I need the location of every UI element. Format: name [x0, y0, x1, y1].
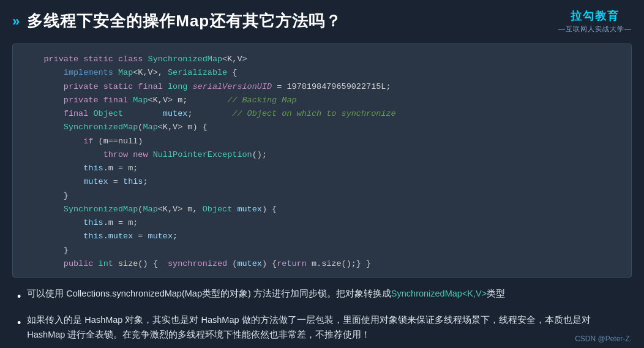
page-title: 多线程下安全的操作Map还有其它方法吗？ — [27, 10, 342, 32]
code-line-3: private static final long serialVersionU… — [24, 80, 620, 94]
logo-text: 拉勾教育 — [558, 9, 632, 23]
code-line-8: throw new NullPointerException(); — [24, 148, 620, 162]
bullet-dot-2: • — [17, 314, 21, 333]
bullets-section: • 可以使用 Collections.synchronizedMap(Map类型… — [0, 284, 644, 342]
bullet-text-1: 可以使用 Collections.synchronizedMap(Map类型的对… — [27, 286, 505, 301]
code-line-15: } — [24, 244, 620, 257]
code-line-9: this.m = m; — [24, 162, 620, 175]
header-icon: » — [12, 13, 20, 29]
logo-sub: 互联网人实战大学 — [558, 25, 632, 34]
code-line-5: final Object mutex; // Object on which t… — [24, 107, 620, 121]
code-line-13: this.m = m; — [24, 216, 620, 230]
footer-credit: CSDN @Peter-Z. — [575, 335, 632, 343]
code-line-4: private final Map<K,V> m; // Backing Map — [24, 94, 620, 107]
code-block: private static class SynchronizedMap<K,V… — [12, 44, 632, 278]
code-line-1: private static class SynchronizedMap<K,V… — [24, 53, 620, 66]
header: » 多线程下安全的操作Map还有其它方法吗？ 拉勾教育 互联网人实战大学 — [0, 0, 644, 40]
bullet-dot-1: • — [17, 287, 21, 306]
bullet-text-2: 如果传入的是 HashMap 对象，其实也是对 HashMap 做的方法做了一层… — [27, 312, 627, 342]
code-line-7: if (m==null) — [24, 135, 620, 148]
code-line-10: mutex = this; — [24, 175, 620, 189]
code-line-16: public int size() { synchronized (mutex)… — [24, 257, 620, 271]
code-line-2: implements Map<K,V>, Serializable { — [24, 66, 620, 80]
code-line-14: this.mutex = mutex; — [24, 230, 620, 243]
code-line-11: } — [24, 189, 620, 203]
bullet-item-1: • 可以使用 Collections.synchronizedMap(Map类型… — [17, 286, 627, 306]
code-line-12: SynchronizedMap(Map<K,V> m, Object mutex… — [24, 203, 620, 216]
logo-area: 拉勾教育 互联网人实战大学 — [558, 9, 632, 34]
code-line-6: SynchronizedMap(Map<K,V> m) { — [24, 121, 620, 134]
bullet-item-2: • 如果传入的是 HashMap 对象，其实也是对 HashMap 做的方法做了… — [17, 312, 627, 342]
